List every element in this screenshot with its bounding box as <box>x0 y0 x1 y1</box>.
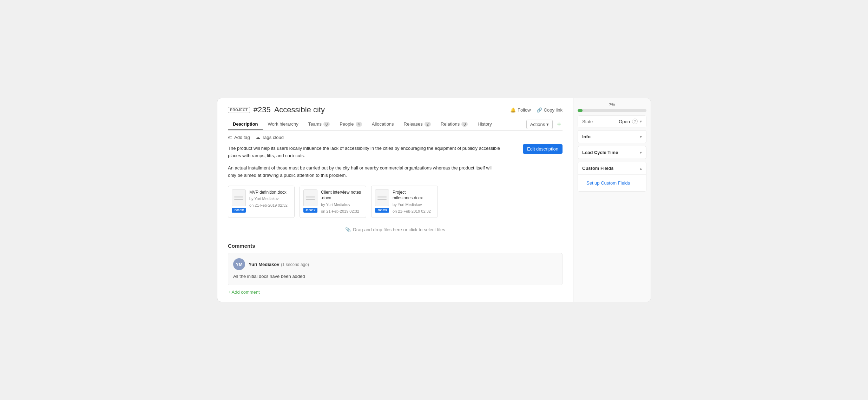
description-text: The product will help its users locally … <box>228 145 502 179</box>
docx-badge-3: .DOCX <box>375 208 389 213</box>
comments-title: Comments <box>228 243 563 249</box>
bell-icon: 🔔 <box>510 107 516 113</box>
custom-fields-section: Custom Fields ▴ Set up Custom Fields <box>578 162 646 192</box>
info-section-title: Info <box>582 134 591 139</box>
help-icon[interactable]: ? <box>632 119 638 124</box>
tab-description[interactable]: Description <box>228 119 263 130</box>
issue-number: #235 <box>254 105 271 114</box>
state-label: State <box>582 119 593 124</box>
page-title: Accessible city <box>274 105 325 114</box>
custom-fields-section-header[interactable]: Custom Fields ▴ <box>578 162 646 174</box>
attachment-author-1: by Yuri Mediakov <box>249 196 291 201</box>
doc-icon-1 <box>232 189 246 206</box>
attachment-date-2: on 21-Feb-2019 02:32 <box>321 209 362 214</box>
comment-author: Yuri Mediakov <box>249 262 279 267</box>
page-header: PROJECT #235 Accessible city 🔔 Follow 🔗 … <box>228 105 563 114</box>
tab-work-hierarchy[interactable]: Work hierarchy <box>263 119 303 130</box>
doc-line <box>234 199 243 200</box>
doc-line <box>306 198 315 198</box>
tab-allocations[interactable]: Allocations <box>367 119 399 130</box>
doc-line <box>234 196 243 196</box>
tag-icon: 🏷 <box>228 135 232 140</box>
add-tag-link[interactable]: 🏷 Add tag <box>228 135 250 140</box>
teams-badge: 0 <box>323 122 330 127</box>
attachment-info-2: Client interview notes .docx by Yuri Med… <box>321 189 362 214</box>
doc-line <box>377 199 387 200</box>
chevron-down-icon: ▾ <box>640 150 642 155</box>
cloud-icon: ☁ <box>256 135 260 140</box>
attachment-author-2: by Yuri Mediakov <box>321 202 362 207</box>
lead-cycle-time-section: Lead Cycle Time ▾ <box>578 146 646 159</box>
description-area: Edit description The product will help i… <box>228 145 563 179</box>
actions-dropdown[interactable]: Actions ▾ <box>526 120 553 129</box>
tags-cloud-link[interactable]: ☁ Tags cloud <box>256 135 284 140</box>
state-value: Open <box>619 119 630 124</box>
progress-section: 7% <box>578 102 646 112</box>
chevron-down-icon: ▾ <box>546 122 549 127</box>
chevron-down-icon[interactable]: ▾ <box>640 119 642 124</box>
custom-fields-content: Set up Custom Fields <box>578 174 646 191</box>
follow-button[interactable]: 🔔 Follow <box>510 107 531 113</box>
project-badge: PROJECT <box>228 107 250 113</box>
attachment-name-2: Client interview notes .docx <box>321 189 362 201</box>
attachment-icon-area-1: .DOCX <box>232 189 246 213</box>
lead-cycle-time-section-header[interactable]: Lead Cycle Time ▾ <box>578 146 646 159</box>
comments-section: Comments YM Yuri Mediakov (1 second ago)… <box>228 243 563 295</box>
lead-cycle-time-title: Lead Cycle Time <box>582 150 618 155</box>
doc-line <box>234 198 243 198</box>
tab-actions-area: Actions ▾ + <box>526 120 563 129</box>
attachment-info-3: Project milestones.docx by Yuri Mediakov… <box>393 189 434 214</box>
docx-badge-2: .DOCX <box>303 208 317 213</box>
state-section: State Open ? ▾ <box>578 115 646 127</box>
attachment-name-1: MVP definition.docx <box>249 189 291 195</box>
description-paragraph-2: An actual installment of those must be c… <box>228 165 502 179</box>
file-drop-zone[interactable]: 📎 Drag and drop files here or click to s… <box>228 223 563 236</box>
add-tab-button[interactable]: + <box>555 120 563 128</box>
setup-custom-fields-link[interactable]: Set up Custom Fields <box>582 178 642 188</box>
tab-relations[interactable]: Relations 0 <box>436 119 473 130</box>
tab-teams[interactable]: Teams 0 <box>303 119 335 130</box>
chevron-down-icon: ▾ <box>640 134 642 139</box>
attachment-icon-area-2: .DOCX <box>303 189 317 213</box>
info-section-header[interactable]: Info ▾ <box>578 131 646 143</box>
doc-line <box>306 199 315 200</box>
comment-time: (1 second ago) <box>281 262 309 267</box>
attachments-list: .DOCX MVP definition.docx by Yuri Mediak… <box>228 186 563 218</box>
state-controls: Open ? ▾ <box>619 119 642 124</box>
progress-label: 7% <box>578 102 646 107</box>
attachment-info-1: MVP definition.docx by Yuri Mediakov on … <box>249 189 291 208</box>
comment-header: YM Yuri Mediakov (1 second ago) <box>233 258 557 270</box>
attachment-name-3: Project milestones.docx <box>393 189 434 201</box>
link-icon: 🔗 <box>537 107 542 113</box>
doc-line <box>377 198 387 198</box>
comment-card: YM Yuri Mediakov (1 second ago) All the … <box>228 253 563 285</box>
docx-badge-1: .DOCX <box>232 208 246 213</box>
people-badge: 4 <box>356 122 362 127</box>
doc-line <box>306 196 315 196</box>
tabs-bar: Description Work hierarchy Teams 0 Peopl… <box>228 119 563 131</box>
tab-releases[interactable]: Releases 2 <box>399 119 436 130</box>
progress-bar-fill <box>578 109 583 112</box>
comment-meta: Yuri Mediakov (1 second ago) <box>249 261 309 267</box>
doc-line <box>377 196 387 196</box>
copy-link-button[interactable]: 🔗 Copy link <box>537 107 563 113</box>
releases-badge: 2 <box>425 122 431 127</box>
attachment-icon-area-3: .DOCX <box>375 189 389 213</box>
attachment-card[interactable]: .DOCX MVP definition.docx by Yuri Mediak… <box>228 186 295 218</box>
progress-bar-background <box>578 109 646 112</box>
add-comment-button[interactable]: + Add comment <box>228 289 260 295</box>
chevron-up-icon: ▴ <box>640 166 642 171</box>
avatar: YM <box>233 258 245 270</box>
attachment-card[interactable]: .DOCX Client interview notes .docx by Yu… <box>300 186 366 218</box>
relations-badge: 0 <box>461 122 468 127</box>
attachment-author-3: by Yuri Mediakov <box>393 202 434 207</box>
comment-body: All the initial docs have been added <box>233 273 557 280</box>
attachment-card[interactable]: .DOCX Project milestones.docx by Yuri Me… <box>371 186 438 218</box>
tab-history[interactable]: History <box>473 119 497 130</box>
tab-people[interactable]: People 4 <box>335 119 367 130</box>
edit-description-button[interactable]: Edit description <box>523 144 563 154</box>
tag-area: 🏷 Add tag ☁ Tags cloud <box>228 135 563 140</box>
state-row: State Open ? ▾ <box>578 116 646 127</box>
doc-icon-2 <box>303 189 317 206</box>
right-panel: 7% State Open ? ▾ Info <box>573 98 651 301</box>
